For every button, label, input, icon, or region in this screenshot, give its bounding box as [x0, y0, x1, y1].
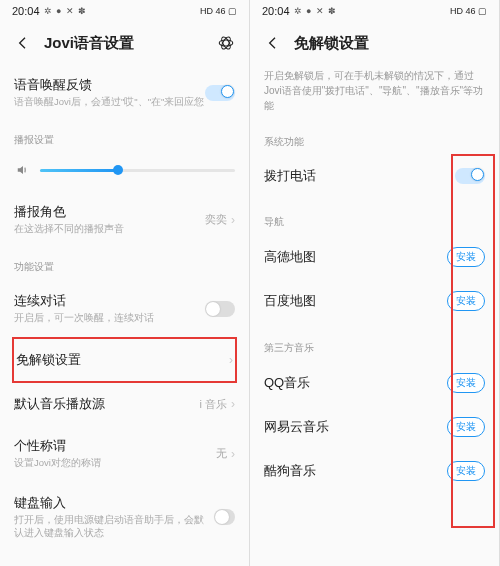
unlock-title: 免解锁设置	[16, 351, 81, 369]
install-button[interactable]: 安装	[447, 417, 485, 437]
wake-toggle[interactable]	[205, 85, 235, 101]
netease-row[interactable]: 网易云音乐 安装	[264, 405, 485, 449]
install-button[interactable]: 安装	[447, 291, 485, 311]
baidu-title: 百度地图	[264, 292, 316, 310]
default-music-row[interactable]: 默认音乐播放源 i 音乐›	[14, 383, 235, 425]
status-right-icons: HD 46 ▢	[450, 6, 487, 16]
section-func: 功能设置	[14, 248, 235, 280]
baidu-row[interactable]: 百度地图 安装	[264, 279, 485, 323]
kb-toggle[interactable]	[214, 509, 235, 525]
page-description: 开启免解锁后，可在手机未解锁的情况下，通过Jovi语音使用"拨打电话"、"导航"…	[250, 64, 499, 123]
page-title: Jovi语音设置	[44, 34, 205, 53]
chevron-right-icon: ›	[229, 353, 233, 367]
nick-value: 无	[216, 446, 227, 461]
nick-title: 个性称谓	[14, 437, 101, 455]
gaode-title: 高德地图	[264, 248, 316, 266]
header: 免解锁设置	[250, 22, 499, 64]
left-screen: 20:04 ✲ ● ✕ ✽ HD 46 ▢ Jovi语音设置 语音唤醒反馈 语音…	[0, 0, 250, 566]
kugou-title: 酷狗音乐	[264, 462, 316, 480]
section-nav: 导航	[264, 203, 485, 235]
chevron-right-icon: ›	[231, 213, 235, 227]
install-button[interactable]: 安装	[447, 373, 485, 393]
music-title: 默认音乐播放源	[14, 395, 105, 413]
call-row[interactable]: 拨打电话	[264, 155, 485, 197]
nickname-row[interactable]: 个性称谓 设置Jovi对您的称谓 无›	[14, 425, 235, 482]
header: Jovi语音设置	[0, 22, 249, 64]
section-sys: 系统功能	[264, 123, 485, 155]
install-button[interactable]: 安装	[447, 247, 485, 267]
back-icon[interactable]	[264, 34, 282, 52]
music-value: i 音乐	[200, 397, 228, 412]
keyboard-input-row[interactable]: 键盘输入 打开后，使用电源键启动语音助手后，会默认进入键盘输入状态	[14, 482, 235, 552]
gaode-row[interactable]: 高德地图 安装	[264, 235, 485, 279]
section-play: 播报设置	[14, 121, 235, 153]
volume-slider-row[interactable]	[14, 153, 235, 191]
chevron-right-icon: ›	[231, 447, 235, 461]
nick-sub: 设置Jovi对您的称谓	[14, 457, 101, 470]
call-title: 拨打电话	[264, 167, 316, 185]
role-title: 播报角色	[14, 203, 124, 221]
qq-title: QQ音乐	[264, 374, 310, 392]
kugou-row[interactable]: 酷狗音乐 安装	[264, 449, 485, 493]
qq-music-row[interactable]: QQ音乐 安装	[264, 361, 485, 405]
volume-slider[interactable]	[40, 169, 235, 172]
kb-sub: 打开后，使用电源键启动语音助手后，会默认进入键盘输入状态	[14, 514, 214, 540]
right-screen: 20:04 ✲ ● ✕ ✽ HD 46 ▢ 免解锁设置 开启免解锁后，可在手机未…	[250, 0, 500, 566]
voice-role-row[interactable]: 播报角色 在这选择不同的播报声音 奕奕›	[14, 191, 235, 248]
call-toggle[interactable]	[455, 168, 485, 184]
netease-title: 网易云音乐	[264, 418, 329, 436]
volume-icon	[14, 163, 32, 177]
highlight-box: 免解锁设置 ›	[12, 337, 237, 383]
status-notif-icons: ✲ ● ✕ ✽	[294, 6, 338, 16]
svg-marker-3	[18, 166, 23, 174]
wake-sub: 语音唤醒Jovi后，会通过"哎"、"在"来回应您	[14, 96, 204, 109]
status-bar: 20:04 ✲ ● ✕ ✽ HD 46 ▢	[0, 0, 249, 22]
wake-title: 语音唤醒反馈	[14, 76, 204, 94]
status-time: 20:04	[12, 5, 40, 17]
status-notif-icons: ✲ ● ✕ ✽	[44, 6, 88, 16]
svg-point-0	[219, 40, 233, 46]
status-time: 20:04	[262, 5, 290, 17]
continuous-dialog-row[interactable]: 连续对话 开启后，可一次唤醒，连续对话	[14, 280, 235, 337]
cont-title: 连续对话	[14, 292, 154, 310]
cont-toggle[interactable]	[205, 301, 235, 317]
atom-icon[interactable]	[217, 34, 235, 52]
section-music: 第三方音乐	[264, 329, 485, 361]
page-title: 免解锁设置	[294, 34, 485, 53]
role-sub: 在这选择不同的播报声音	[14, 223, 124, 236]
status-right-icons: HD 46 ▢	[200, 6, 237, 16]
role-value: 奕奕	[205, 212, 227, 227]
unlock-settings-row[interactable]: 免解锁设置 ›	[16, 339, 233, 381]
wake-feedback-row[interactable]: 语音唤醒反馈 语音唤醒Jovi后，会通过"哎"、"在"来回应您	[14, 64, 235, 121]
status-bar: 20:04 ✲ ● ✕ ✽ HD 46 ▢	[250, 0, 499, 22]
install-button[interactable]: 安装	[447, 461, 485, 481]
cont-sub: 开启后，可一次唤醒，连续对话	[14, 312, 154, 325]
kb-title: 键盘输入	[14, 494, 214, 512]
chevron-right-icon: ›	[231, 397, 235, 411]
back-icon[interactable]	[14, 34, 32, 52]
